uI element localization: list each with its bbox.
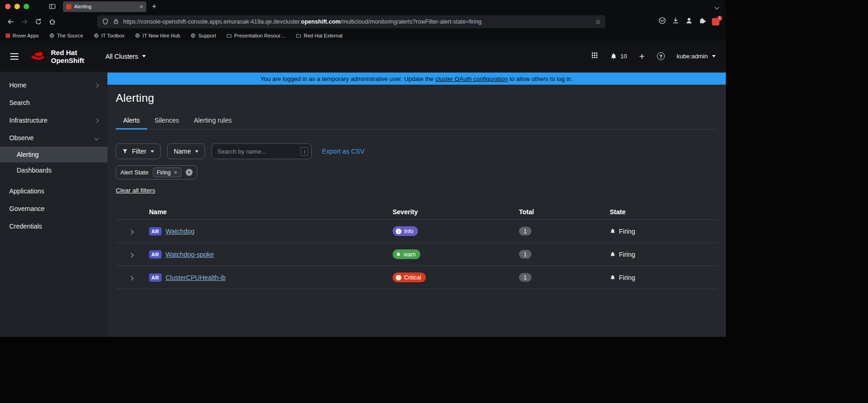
- page-content: You are logged in as a temporary adminis…: [107, 72, 726, 337]
- globe-icon: [49, 33, 55, 38]
- folder-icon: [296, 33, 301, 38]
- sidebar-item-applications[interactable]: Applications: [0, 182, 107, 200]
- caret-down-icon: [712, 55, 716, 57]
- bookmark-rover-apps[interactable]: Rover Apps: [6, 33, 39, 38]
- bell-icon: [610, 274, 616, 280]
- tab-alerts[interactable]: Alerts: [116, 113, 147, 129]
- redhat-logo-icon: [30, 50, 47, 63]
- table-header-row: Name Severity Total State: [116, 205, 718, 219]
- chevron-right-icon: [94, 83, 99, 87]
- info-circle-icon: i: [396, 229, 401, 234]
- downloads-icon[interactable]: [672, 17, 680, 26]
- window-controls: [5, 4, 29, 9]
- app-launcher-grid-icon[interactable]: [591, 52, 598, 61]
- browser-sidebar-toggle-button[interactable]: [49, 3, 56, 10]
- back-button[interactable]: [4, 15, 18, 28]
- sidebar-item-infrastructure[interactable]: Infrastructure: [0, 112, 107, 129]
- exclamation-circle-icon: !: [396, 275, 401, 280]
- alert-rule-badge: AR: [149, 250, 162, 259]
- globe-icon: [94, 33, 99, 38]
- sidebar-item-observe[interactable]: Observe: [0, 129, 107, 147]
- alert-state-chip-group: Alert State Firing × ×: [116, 165, 197, 180]
- url-domain: openshift.com: [301, 19, 340, 25]
- row-expand-button[interactable]: [116, 250, 149, 259]
- bookmark-folder-red-hat-external[interactable]: Red Hat External: [296, 33, 343, 38]
- page-title: Alerting: [116, 92, 718, 105]
- chip-group-clear-icon[interactable]: ×: [186, 169, 193, 176]
- extension-badge: 1: [717, 16, 722, 21]
- table-row: ARWatchdog-spoke warn 1 Firing: [116, 242, 718, 266]
- masthead-actions: 10 + ? kube:admin: [591, 51, 716, 61]
- search-field: /: [212, 143, 312, 159]
- sidebar-item-search[interactable]: Search: [0, 94, 107, 112]
- sidebar-item-alerting[interactable]: Alerting: [0, 147, 107, 162]
- account-icon[interactable]: [685, 17, 693, 26]
- cluster-oauth-configuration-link[interactable]: cluster OAuth configuration: [435, 75, 508, 82]
- bookmark-it-new-hire-hub[interactable]: IT New Hire Hub: [135, 33, 180, 38]
- browser-tab-alerting[interactable]: Alerting ×: [63, 1, 146, 12]
- reload-button[interactable]: [31, 15, 45, 28]
- chip-remove-icon[interactable]: ×: [174, 170, 177, 175]
- filter-dropdown-button[interactable]: Filter: [116, 143, 161, 159]
- url-text: https://console-openshift-console.apps.e…: [123, 19, 481, 25]
- tracking-protection-shield-icon[interactable]: [102, 18, 109, 25]
- alert-name-link[interactable]: Watchdog-spoke: [166, 251, 214, 258]
- notifications-button[interactable]: 10: [610, 53, 627, 60]
- sidebar-item-credentials[interactable]: Credentials: [0, 217, 107, 235]
- help-icon[interactable]: ?: [657, 52, 665, 60]
- bell-icon: [610, 53, 617, 60]
- bookmark-folder-presentation-resources[interactable]: Presentation Resour…: [226, 33, 286, 38]
- clear-all-filters-link[interactable]: Clear all filters: [116, 187, 156, 194]
- redhat-openshift-logo[interactable]: Red Hat OpenShift: [30, 49, 84, 64]
- attribute-dropdown-button[interactable]: Name: [167, 143, 205, 159]
- table-row: ARClusterCPUHealth-jb !Critical 1 Firing: [116, 266, 718, 289]
- forward-button[interactable]: [18, 15, 31, 28]
- tab-silences[interactable]: Silences: [147, 113, 187, 129]
- list-all-tabs-button[interactable]: [715, 2, 718, 11]
- window-zoom-button[interactable]: [24, 4, 29, 9]
- bookmark-it-toolbox[interactable]: IT Toolbox: [94, 33, 125, 38]
- alert-name-link[interactable]: Watchdog: [166, 228, 195, 235]
- total-count-badge: 1: [519, 250, 531, 259]
- sidebar-item-governance[interactable]: Governance: [0, 200, 107, 217]
- column-header-state: State: [610, 208, 718, 216]
- bookmark-the-source[interactable]: The Source: [49, 33, 83, 38]
- home-button[interactable]: [45, 15, 59, 28]
- window-close-button[interactable]: [5, 4, 11, 9]
- tab-alerting-rules[interactable]: Alerting rules: [187, 113, 239, 129]
- severity-badge: !Critical: [393, 273, 426, 282]
- row-expand-button[interactable]: [116, 273, 149, 282]
- row-expand-button[interactable]: [116, 227, 149, 236]
- caret-down-icon: [142, 55, 146, 57]
- login-info-banner: You are logged in as a temporary adminis…: [107, 73, 726, 85]
- brand-text: Red Hat OpenShift: [51, 49, 84, 64]
- export-csv-link[interactable]: Export as CSV: [322, 148, 364, 155]
- filter-toolbar: Filter Name / Export as CSV: [116, 143, 718, 159]
- pocket-save-icon[interactable]: [658, 17, 666, 26]
- connection-lock-icon[interactable]: [112, 18, 119, 25]
- window-minimize-button[interactable]: [14, 4, 20, 9]
- nav-menu-toggle-button[interactable]: [10, 53, 19, 60]
- quick-create-plus-icon[interactable]: +: [639, 51, 645, 61]
- alert-name-link[interactable]: ClusterCPUHealth-jb: [166, 274, 226, 281]
- new-tab-button[interactable]: +: [152, 2, 156, 11]
- extension-button[interactable]: 1: [712, 18, 719, 25]
- total-count-badge: 1: [519, 227, 531, 236]
- bookmark-support[interactable]: Support: [190, 33, 216, 38]
- user-menu-dropdown[interactable]: kube:admin: [677, 53, 716, 60]
- sidebar-item-dashboards[interactable]: Dashboards: [0, 162, 107, 178]
- chevron-down-icon: [94, 136, 99, 140]
- sidebar-item-home[interactable]: Home: [0, 76, 107, 94]
- extensions-puzzle-icon[interactable]: [699, 17, 706, 26]
- tab-close-icon[interactable]: ×: [139, 4, 143, 10]
- url-bar[interactable]: https://console-openshift-console.apps.e…: [97, 15, 606, 28]
- tab-strip: Alerting × +: [0, 0, 726, 13]
- search-input[interactable]: [217, 148, 298, 155]
- folder-icon: [226, 33, 232, 38]
- sidebar-panel-icon: [49, 3, 56, 10]
- reload-icon: [35, 18, 42, 25]
- url-path: /multicloud/monitoring/alerts?rowFilter-…: [341, 19, 482, 25]
- bookmark-star-icon[interactable]: ☆: [595, 18, 601, 25]
- globe-icon: [135, 33, 140, 38]
- cluster-selector-dropdown[interactable]: All Clusters: [106, 53, 146, 60]
